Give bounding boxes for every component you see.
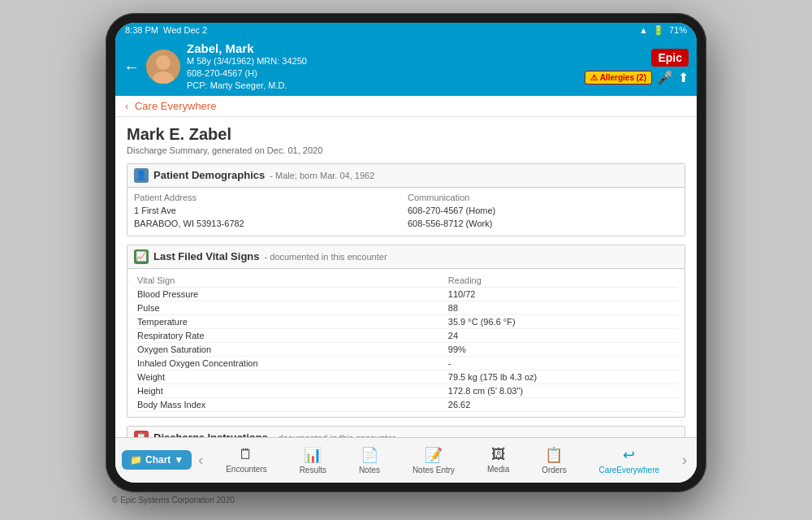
- nav-item-care-everywhere[interactable]: ↩ CareEverywhere: [599, 446, 659, 474]
- nav-item-encounters[interactable]: 🗒 Encounters: [226, 446, 267, 474]
- vital-reading-cell: -: [445, 356, 678, 370]
- care-everywhere-link[interactable]: Care Everywhere: [135, 100, 216, 112]
- time: 8:38 PM: [125, 25, 158, 35]
- media-label: Media: [487, 465, 509, 474]
- address-column: Patient Address 1 First Ave BARABOO, WI …: [134, 193, 404, 231]
- nav-prev-button[interactable]: ‹: [195, 452, 206, 469]
- vital-sign-cell: Temperature: [134, 314, 445, 328]
- table-row: Blood Pressure110/72: [134, 287, 678, 301]
- vitals-section: 📈 Last Filed Vital Signs - documented in…: [127, 245, 685, 418]
- allergy-badge[interactable]: ⚠ Allergies (2): [585, 71, 652, 84]
- vitals-table: Vital Sign Reading Blood Pressure110/72P…: [134, 274, 678, 412]
- battery-level: 71%: [669, 25, 687, 35]
- demographics-section: 👤 Patient Demographics - Male; born Mar.…: [127, 163, 685, 236]
- address-label: Patient Address: [134, 193, 404, 202]
- vital-sign-cell: Inhaled Oxygen Concentration: [134, 356, 445, 370]
- vital-reading-cell: 26.62: [445, 397, 678, 411]
- patient-details-line2: 608-270-4567 (H): [187, 67, 578, 80]
- nav-item-results[interactable]: 📊 Results: [300, 446, 326, 474]
- address-line2: BARABOO, WI 53913-6782: [134, 217, 404, 231]
- table-row: Respiratory Rate24: [134, 328, 678, 342]
- chevron-left-icon: ‹: [125, 100, 128, 112]
- patient-details-line3: PCP: Marty Seeger, M.D.: [187, 80, 578, 92]
- status-left: 8:38 PM Wed Dec 2: [125, 25, 207, 35]
- demographics-header: 👤 Patient Demographics - Male; born Mar.…: [127, 164, 685, 188]
- vital-sign-cell: Blood Pressure: [134, 287, 445, 301]
- chart-icon: 📁: [130, 454, 142, 466]
- vital-reading-cell: 79.5 kg (175 lb 4.3 oz): [445, 370, 678, 384]
- vital-sign-cell: Oxygen Saturation: [134, 342, 445, 356]
- notes-entry-label: Notes Entry: [412, 466, 455, 474]
- communication-column: Communication 608-270-4567 (Home) 608-55…: [408, 193, 678, 231]
- demographics-title: Patient Demographics: [153, 169, 265, 181]
- content-area: Mark E. Zabel Discharge Summary, generat…: [115, 117, 697, 437]
- breadcrumb: ‹ Care Everywhere: [115, 96, 697, 117]
- bottom-nav: 📁 Chart ▼ ‹ 🗒 Encounters 📊 Results �: [115, 437, 697, 483]
- communication-line1: 608-270-4567 (Home): [408, 204, 678, 218]
- vital-sign-cell: Height: [134, 384, 445, 397]
- discharge-header: 📋 Discharge Instructions - documented in…: [127, 427, 685, 437]
- vitals-icon: 📈: [134, 249, 149, 264]
- copyright-text: © Epic Systems Corporation 2020: [112, 496, 235, 505]
- wifi-icon: ▲: [639, 25, 648, 35]
- header-right: Epic ⚠ Allergies (2) 🎤 ⬆: [585, 49, 689, 85]
- media-icon: 🖼: [491, 446, 506, 463]
- vital-reading-cell: 172.8 cm (5' 8.03"): [445, 384, 678, 397]
- vital-reading-cell: 110/72: [445, 287, 678, 301]
- document-title: Mark E. Zabel: [127, 125, 685, 144]
- demographics-columns: Patient Address 1 First Ave BARABOO, WI …: [134, 193, 678, 231]
- tablet-screen: 8:38 PM Wed Dec 2 ▲ 🔋 71% ←: [115, 23, 697, 483]
- nav-item-media[interactable]: 🖼 Media: [487, 446, 509, 474]
- table-row: Height172.8 cm (5' 8.03"): [134, 384, 678, 397]
- share-icon[interactable]: ⬆: [678, 70, 689, 85]
- vital-reading-cell: 24: [445, 328, 678, 342]
- battery-icon: 🔋: [653, 25, 664, 36]
- patient-details-line1: M 58y (3/4/1962) MRN: 34250: [187, 55, 578, 67]
- notes-entry-icon: 📝: [425, 446, 443, 464]
- care-everywhere-nav-label: CareEverywhere: [599, 466, 659, 474]
- care-everywhere-nav-icon: ↩: [623, 446, 635, 464]
- vitals-body: Vital Sign Reading Blood Pressure110/72P…: [127, 269, 685, 417]
- encounters-label: Encounters: [226, 465, 267, 474]
- date: Wed Dec 2: [163, 25, 207, 35]
- vitals-header: 📈 Last Filed Vital Signs - documented in…: [127, 245, 685, 269]
- back-button[interactable]: ←: [123, 58, 140, 76]
- chart-chevron-icon: ▼: [174, 454, 184, 466]
- demographics-subtitle: - Male; born Mar. 04, 1962: [270, 171, 374, 180]
- microphone-icon[interactable]: 🎤: [657, 70, 673, 85]
- orders-label: Orders: [542, 466, 567, 474]
- vital-reading-cell: 88: [445, 301, 678, 314]
- table-row: Weight79.5 kg (175 lb 4.3 oz): [134, 370, 678, 384]
- nav-items: 🗒 Encounters 📊 Results 📄 Notes 📝 Notes E…: [209, 446, 676, 474]
- results-label: Results: [300, 466, 326, 474]
- status-right: ▲ 🔋 71%: [639, 25, 687, 36]
- nav-next-button[interactable]: ›: [679, 452, 690, 469]
- nav-item-notes-entry[interactable]: 📝 Notes Entry: [412, 446, 455, 474]
- allergy-icon: ⚠: [590, 73, 598, 82]
- orders-icon: 📋: [545, 446, 563, 464]
- table-row: Inhaled Oxygen Concentration-: [134, 356, 678, 370]
- chart-label: Chart: [145, 454, 171, 466]
- vital-sign-cell: Body Mass Index: [134, 397, 445, 411]
- table-row: Pulse88: [134, 301, 678, 314]
- vitals-col-sign: Vital Sign: [134, 274, 445, 288]
- nav-item-notes[interactable]: 📄 Notes: [359, 446, 380, 474]
- communication-line2: 608-556-8712 (Work): [408, 217, 678, 231]
- svg-point-1: [156, 55, 171, 70]
- notes-icon: 📄: [361, 446, 378, 464]
- demographics-body: Patient Address 1 First Ave BARABOO, WI …: [127, 188, 685, 236]
- table-row: Temperature35.9 °C (96.6 °F): [134, 314, 678, 328]
- address-line1: 1 First Ave: [134, 204, 404, 218]
- chart-button[interactable]: 📁 Chart ▼: [122, 450, 192, 470]
- vital-sign-cell: Weight: [134, 370, 445, 384]
- vitals-subtitle: - documented in this encounter: [265, 252, 387, 262]
- epic-logo: Epic: [651, 49, 689, 67]
- document-subtitle: Discharge Summary, generated on Dec. 01,…: [127, 145, 685, 155]
- patient-header: ← Zabel, Mark M 58y (3/4/1962) MRN: 3425…: [115, 38, 697, 96]
- vital-reading-cell: 35.9 °C (96.6 °F): [445, 314, 678, 328]
- status-bar: 8:38 PM Wed Dec 2 ▲ 🔋 71%: [115, 23, 697, 38]
- encounters-icon: 🗒: [239, 446, 253, 463]
- patient-name: Zabel, Mark: [187, 41, 578, 55]
- nav-item-orders[interactable]: 📋 Orders: [542, 446, 567, 474]
- patient-info: Zabel, Mark M 58y (3/4/1962) MRN: 34250 …: [187, 41, 578, 93]
